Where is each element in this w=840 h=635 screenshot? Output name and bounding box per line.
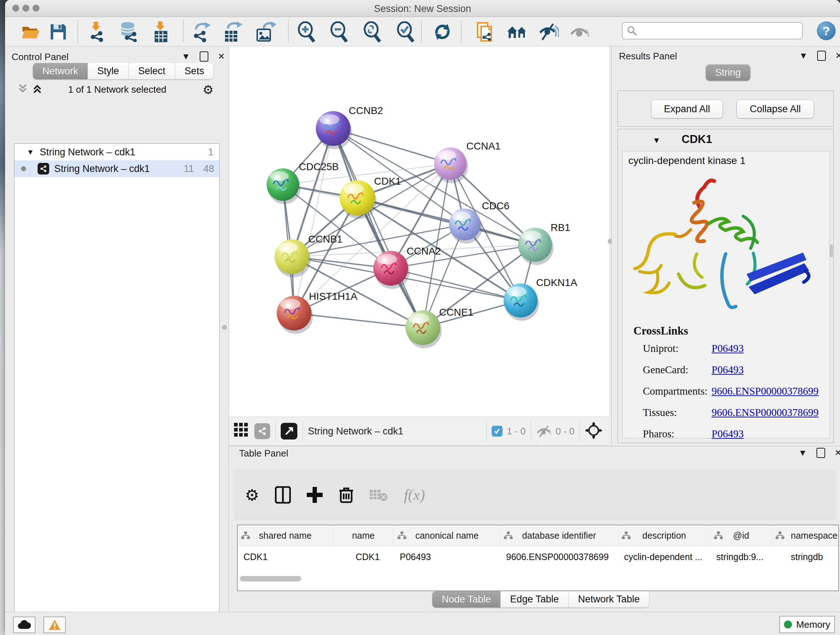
cloud-status-button[interactable] — [13, 616, 35, 633]
tab-edge-table[interactable]: Edge Table — [501, 591, 569, 608]
hide-selected-button[interactable] — [538, 21, 559, 42]
table-panel: Table Panel ▼ ✕ ⚙ f(x) — [229, 446, 840, 610]
collapse-all-networks-button[interactable] — [17, 83, 28, 96]
import-network-button[interactable] — [87, 21, 108, 42]
node-HIST1H1A[interactable] — [277, 296, 313, 334]
network-canvas[interactable]: CCNB2CCNA1CDC25BCDK1CDC6RB1CCNB1CCNA2CDK… — [229, 46, 609, 417]
collection-count: 1 — [208, 147, 213, 158]
node-CCNA2[interactable] — [373, 251, 409, 289]
node-CCNB2[interactable] — [316, 111, 352, 149]
open-session-button[interactable] — [20, 21, 41, 42]
app-window: Session: New Session — [5, 0, 840, 635]
crosslink-uniprot-link[interactable]: P06493 — [712, 342, 819, 355]
tab-style[interactable]: Style — [88, 63, 129, 79]
network-view-toggle-button[interactable] — [254, 423, 270, 439]
export-image-button[interactable] — [256, 21, 276, 42]
crosslink-genecard-link[interactable]: P06493 — [712, 364, 819, 376]
export-network-button[interactable] — [191, 21, 212, 42]
table-hscrollbar-thumb[interactable] — [240, 576, 302, 581]
node-CDC6[interactable] — [449, 209, 482, 244]
column-header-name[interactable]: name — [333, 525, 394, 546]
column-type-icon — [714, 532, 723, 539]
table-settings-gear-icon[interactable]: ⚙ — [245, 486, 259, 504]
search-input[interactable] — [637, 25, 794, 36]
zoom-fit-button[interactable] — [362, 21, 383, 42]
control-panel-float-button[interactable] — [200, 51, 208, 62]
column-header-canonical-name[interactable]: canonical name — [394, 525, 500, 546]
clone-network-button[interactable] — [475, 21, 496, 42]
show-hidden-button[interactable] — [569, 21, 591, 42]
table-row[interactable]: CDK1 CDK1 P06493 9606.ENSP00000378699 cy… — [238, 546, 838, 568]
results-panel-float-button[interactable] — [817, 51, 826, 61]
edge-HIST1H1A-CCNE1[interactable] — [294, 313, 423, 328]
table-panel-menu-button[interactable]: ▼ — [798, 448, 807, 457]
zoom-selected-button[interactable] — [395, 21, 416, 42]
results-scrollbar-thumb[interactable] — [830, 244, 833, 257]
delete-column-trash-icon[interactable] — [339, 486, 354, 504]
left-splitter-handle[interactable] — [222, 325, 227, 330]
tab-network[interactable]: Network — [33, 63, 88, 79]
tab-select[interactable]: Select — [129, 63, 175, 79]
status-separator — [302, 421, 303, 441]
selected-count-checkbox[interactable] — [492, 426, 502, 437]
hidden-counts: 0 - 0 — [556, 426, 575, 437]
function-builder-button: f(x) — [404, 486, 425, 504]
warnings-button[interactable] — [43, 616, 66, 633]
collapse-all-button[interactable]: Collapse All — [737, 100, 814, 119]
tab-network-table[interactable]: Network Table — [569, 591, 649, 608]
tab-string[interactable]: String — [706, 65, 750, 81]
import-table-button[interactable] — [150, 21, 172, 42]
crosslink-compartments-link[interactable]: 9606.ENSP00000378699 — [712, 385, 819, 397]
expand-all-networks-button[interactable] — [32, 83, 43, 96]
control-panel-menu-button[interactable]: ▼ — [182, 52, 190, 61]
add-column-icon[interactable] — [307, 487, 323, 503]
node-CDC25B[interactable] — [267, 168, 301, 204]
node-CDK1[interactable] — [340, 180, 377, 219]
gene-name: CDK1 — [682, 133, 712, 146]
node-CDKN1A[interactable] — [504, 283, 539, 321]
center-view-button[interactable] — [585, 422, 602, 440]
column-type-icon — [622, 532, 630, 539]
expand-all-button[interactable]: Expand All — [651, 100, 723, 119]
table-panel-float-button[interactable] — [816, 448, 825, 458]
help-button[interactable]: ? — [817, 21, 836, 40]
collection-expand-icon[interactable]: ▼ — [27, 148, 34, 157]
columns-icon[interactable] — [275, 486, 291, 504]
grid-view-button[interactable] — [234, 423, 249, 440]
results-panel-menu-button[interactable]: ▼ — [799, 51, 808, 60]
export-table-button[interactable] — [222, 21, 243, 42]
column-header-namespace[interactable]: namespace — [772, 525, 838, 546]
crosslink-label: Pharos: — [643, 428, 712, 440]
column-header-description[interactable]: description — [618, 525, 711, 546]
node-RB1[interactable] — [518, 228, 554, 265]
zoom-out-button[interactable] — [328, 21, 349, 42]
node-CCNA1[interactable] — [434, 147, 468, 183]
save-session-button[interactable] — [48, 21, 69, 42]
zoom-in-button[interactable] — [296, 21, 317, 42]
network-options-gear-icon[interactable]: ⚙ — [202, 82, 213, 97]
entry-collapse-icon[interactable]: ▼ — [653, 136, 660, 145]
edge-CCNB2-HIST1H1A[interactable] — [294, 128, 333, 313]
apply-layout-button[interactable] — [432, 21, 453, 42]
results-panel-close-button[interactable]: ✕ — [835, 51, 840, 60]
toolbar-separator — [461, 20, 462, 42]
memory-button[interactable]: Memory — [779, 616, 835, 633]
node-CCNE1[interactable] — [406, 310, 442, 348]
search-field[interactable] — [622, 22, 803, 40]
column-header-shared-name[interactable]: shared name — [238, 525, 333, 546]
tab-sets[interactable]: Sets — [175, 63, 213, 79]
tab-node-table[interactable]: Node Table — [432, 591, 501, 608]
network-overview-button[interactable] — [507, 21, 527, 42]
network-collection-row[interactable]: ▼ String Network – cdk1 1 — [14, 144, 219, 160]
table-panel-close-button[interactable]: ✕ — [835, 448, 840, 457]
crosslink-tissues-link[interactable]: 9606.ENSP00000378699 — [712, 407, 819, 418]
network-row-selected[interactable]: String Network – cdk1 11 48 — [14, 160, 219, 177]
detach-view-button[interactable] — [281, 423, 297, 440]
network-label: String Network – cdk1 — [54, 163, 150, 174]
crosslink-pharos-link[interactable]: P06493 — [712, 428, 819, 440]
column-header-id[interactable]: @id — [711, 525, 772, 546]
delete-table-icon — [370, 488, 388, 501]
column-header-database-identifier[interactable]: database identifier — [500, 525, 618, 546]
control-panel-close-button[interactable]: ✕ — [218, 52, 225, 61]
import-database-button[interactable] — [118, 21, 139, 42]
